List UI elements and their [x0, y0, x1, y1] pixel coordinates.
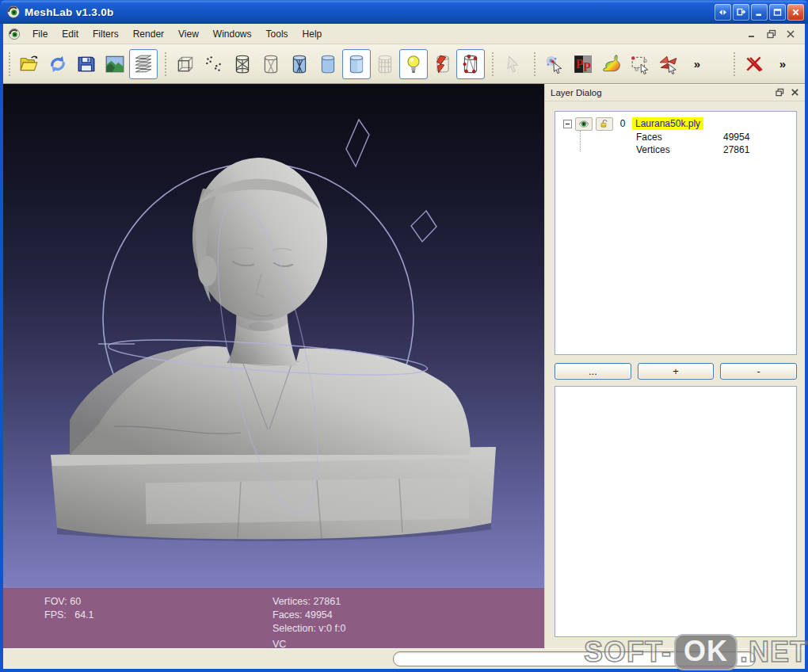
lock-toggle[interactable] — [596, 117, 613, 131]
point-picking-icon — [544, 54, 565, 74]
light-icon — [403, 54, 424, 74]
resize-horizontal-button[interactable] — [715, 4, 731, 21]
toolbar-group-2 — [161, 47, 488, 82]
edit-cursor-icon — [502, 54, 523, 74]
svg-text:P: P — [583, 59, 591, 74]
toolbar-group-5: » — [730, 47, 803, 82]
menu-edit[interactable]: Edit — [55, 25, 86, 43]
mdi-minimize-button[interactable] — [748, 29, 757, 39]
add-layer-button[interactable]: + — [638, 363, 715, 380]
meshlab-window: MeshLab v1.3.0b File Edit Filters Render… — [0, 0, 808, 672]
toolbar-button-select-vertices[interactable] — [626, 49, 654, 79]
open-file-icon — [19, 54, 40, 74]
minimize-button[interactable] — [751, 4, 768, 21]
visibility-toggle[interactable] — [575, 117, 593, 131]
menu-help[interactable]: Help — [295, 25, 330, 43]
window-title: MeshLab v1.3.0b — [25, 6, 114, 18]
float-panel-button[interactable] — [776, 88, 784, 97]
toolbar-button-overflow-chevron[interactable]: » — [768, 49, 797, 79]
snapshot-icon — [105, 54, 125, 74]
menu-windows[interactable]: Windows — [206, 25, 259, 43]
status-input[interactable] — [393, 651, 756, 666]
toolbar-grip — [165, 52, 167, 76]
toolbar-grip — [492, 52, 494, 76]
toolbar: PP»» — [3, 44, 805, 84]
hud-faces: Faces: 49954 — [273, 609, 333, 620]
toolbar-button-points[interactable] — [200, 49, 228, 79]
meshlab-logo-small-icon — [8, 28, 21, 40]
tree-connector — [580, 131, 581, 151]
3d-viewport[interactable]: FOV: 60 FPS: 64.1 Vertices: 27861 Faces:… — [3, 84, 544, 648]
toolbar-button-texture — [371, 49, 399, 79]
toolbar-button-hidden-lines[interactable] — [257, 49, 285, 79]
close-panel-button[interactable] — [791, 88, 799, 97]
detach-window-button[interactable] — [733, 4, 749, 21]
close-button[interactable] — [787, 4, 804, 21]
flat-shading-icon — [318, 54, 338, 74]
toolbar-button-smooth-shading[interactable] — [342, 49, 371, 79]
toolbar-grip — [9, 52, 11, 76]
remove-layer-button[interactable]: - — [720, 363, 797, 380]
toolbar-button-quality-mapper[interactable] — [597, 49, 626, 79]
toolbar-button-vertex-color[interactable] — [456, 49, 485, 79]
toolbar-button-layers[interactable] — [129, 49, 158, 79]
vertices-value: 27861 — [723, 144, 749, 155]
select-vertices-icon — [630, 54, 650, 74]
texture-icon — [375, 54, 395, 74]
overflow-chevron-icon: » — [694, 57, 700, 71]
toolbar-button-flat-shading[interactable] — [314, 49, 342, 79]
mdi-close-button[interactable] — [786, 29, 795, 39]
toolbar-button-select-faces[interactable] — [654, 49, 683, 79]
collapse-icon[interactable] — [563, 120, 572, 128]
toolbar-group-3 — [488, 47, 530, 82]
layer-name[interactable]: Laurana50k.ply — [632, 117, 703, 130]
hidden-lines-icon — [261, 54, 281, 74]
menu-view[interactable]: View — [171, 25, 206, 43]
layer-row: 0 Laurana50k.ply — [558, 116, 793, 131]
toolbar-button-reload[interactable] — [44, 49, 72, 79]
toolbar-button-pp-plugin[interactable]: PP — [569, 49, 597, 79]
maximize-button[interactable] — [769, 4, 786, 21]
toolbar-button-open-file[interactable] — [15, 49, 44, 79]
delete-mesh-icon — [744, 54, 764, 74]
flat-lines-icon — [289, 54, 310, 74]
bounding-box-icon — [175, 54, 196, 74]
stat-row-vertices: Vertices 27861 — [558, 143, 793, 156]
toolbar-button-point-picking[interactable] — [540, 49, 569, 79]
reload-icon — [48, 54, 68, 74]
menu-file[interactable]: File — [25, 25, 55, 43]
layer-stats: Faces 49954 Vertices 27861 — [558, 131, 793, 156]
toolbar-button-wireframe[interactable] — [228, 49, 257, 79]
overflow-chevron-icon: » — [779, 57, 786, 71]
detach-window-icon — [736, 7, 746, 17]
menu-filters[interactable]: Filters — [86, 25, 126, 43]
smooth-shading-icon — [346, 54, 367, 74]
browse-layers-button[interactable]: ... — [555, 363, 631, 380]
toolbar-button-snapshot[interactable] — [101, 49, 129, 79]
bust-3d-model — [3, 84, 544, 648]
points-icon — [204, 54, 224, 74]
toolbar-button-bounding-box[interactable] — [171, 49, 200, 79]
mdi-minimize-icon — [748, 29, 757, 39]
toolbar-button-delete-mesh[interactable] — [740, 49, 768, 79]
toolbar-button-edit-cursor — [498, 49, 527, 79]
toolbar-grip — [534, 52, 536, 76]
toolbar-button-save[interactable] — [72, 49, 101, 79]
toolbar-button-flat-lines[interactable] — [285, 49, 314, 79]
eye-icon — [578, 119, 589, 129]
backface-color-icon — [432, 54, 452, 74]
menu-tools[interactable]: Tools — [259, 25, 295, 43]
mdi-restore-button[interactable] — [767, 29, 776, 39]
close-icon — [791, 7, 801, 17]
toolbar-button-light[interactable] — [399, 49, 428, 79]
layer-tree[interactable]: 0 Laurana50k.ply Faces 49954 Vertices 27… — [555, 111, 797, 355]
menu-render[interactable]: Render — [126, 25, 171, 43]
unlocked-padlock-icon — [599, 119, 610, 129]
layer-index: 0 — [616, 118, 629, 129]
toolbar-button-overflow-chevron[interactable]: » — [683, 49, 711, 79]
save-icon — [76, 54, 97, 74]
toolbar-group-4: PP» — [530, 47, 715, 82]
vertex-color-icon — [460, 54, 481, 74]
toolbar-button-backface-color[interactable] — [428, 49, 456, 79]
pp-plugin-icon: PP — [573, 54, 593, 74]
